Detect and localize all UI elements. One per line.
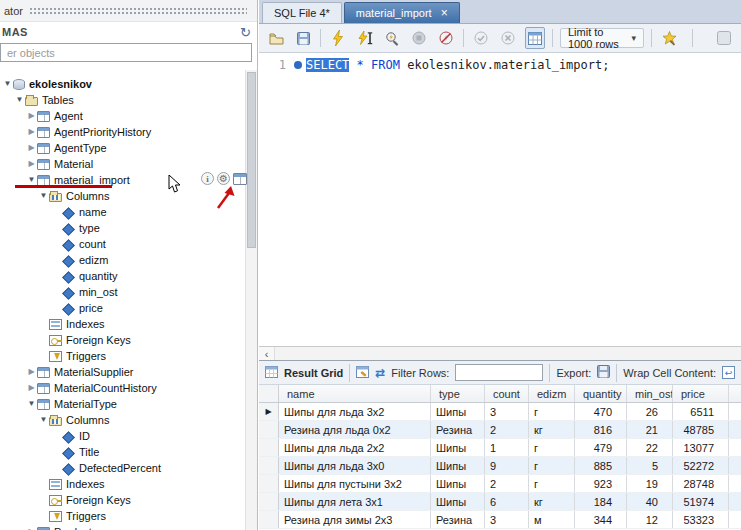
select-rows-grid-icon[interactable]: [233, 173, 247, 185]
cell-name[interactable]: Шипы для пустыни 3x2: [279, 475, 431, 492]
execute-current-statement-icon[interactable]: [355, 27, 375, 49]
cell-quantity[interactable]: 923: [575, 475, 627, 492]
filter-objects-input[interactable]: [1, 45, 251, 60]
cell-count[interactable]: 6: [485, 493, 529, 510]
tree-item-name[interactable]: ▶name: [0, 204, 245, 220]
expand-arrow-icon[interactable]: ▶: [26, 124, 37, 140]
navigator-scrollbar[interactable]: [245, 70, 257, 530]
clipped-toolbar-icon[interactable]: [714, 27, 734, 49]
cell-edizm[interactable]: м: [529, 511, 575, 528]
cell-min-ost[interactable]: 26: [627, 403, 673, 420]
tree-item-price[interactable]: ▶price: [0, 300, 245, 316]
save-script-icon[interactable]: [293, 27, 313, 49]
cell-name[interactable]: Шипы для льда 3x0: [279, 457, 431, 474]
tree-item-type[interactable]: ▶type: [0, 220, 245, 236]
cell-min-ost[interactable]: 21: [627, 421, 673, 438]
expand-arrow-icon[interactable]: ▼: [2, 76, 13, 92]
row-selector[interactable]: [259, 457, 279, 474]
export-icon[interactable]: [597, 365, 610, 380]
close-tab-icon[interactable]: ×: [441, 8, 448, 18]
expand-arrow-icon[interactable]: ▶: [26, 524, 37, 530]
stop-on-error-icon[interactable]: [436, 27, 456, 49]
tree-item-tables[interactable]: ▼Tables: [0, 92, 245, 108]
cell-type[interactable]: Резина: [431, 421, 485, 438]
cell-edizm[interactable]: кг: [529, 493, 575, 510]
tree-item-materialcounthistory[interactable]: ▶MaterialCountHistory: [0, 380, 245, 396]
tree-item-material[interactable]: ▶Material: [0, 156, 245, 172]
tree-item-foreign-keys[interactable]: ▶Foreign Keys: [0, 492, 245, 508]
cell-quantity[interactable]: 344: [575, 511, 627, 528]
cell-type[interactable]: Шипы: [431, 457, 485, 474]
rollback-icon[interactable]: [498, 27, 518, 49]
filter-rows-input[interactable]: [455, 364, 543, 381]
cell-edizm[interactable]: г: [529, 439, 575, 456]
cell-name[interactable]: Резина для зимы 2x3: [279, 511, 431, 528]
column-header-name[interactable]: name: [279, 385, 431, 402]
cell-price[interactable]: 48785: [673, 421, 729, 438]
column-header-min-ost[interactable]: min_ost: [627, 385, 673, 402]
tree-item-foreign-keys[interactable]: ▶Foreign Keys: [0, 332, 245, 348]
row-selector[interactable]: ▶: [259, 403, 279, 420]
cell-count[interactable]: 2: [485, 475, 529, 492]
cell-edizm[interactable]: г: [529, 475, 575, 492]
limit-rows-dropdown[interactable]: Limit to 1000 rows ▾: [560, 28, 644, 48]
expand-arrow-icon[interactable]: ▼: [38, 412, 49, 428]
sql-editor[interactable]: 1 SELECT * FROM ekolesnikov.material_imp…: [259, 53, 741, 346]
cell-name[interactable]: Шипы для лета 3x1: [279, 493, 431, 510]
tab-material-import[interactable]: material_import ×: [344, 2, 460, 23]
cell-count[interactable]: 1: [485, 439, 529, 456]
tree-item-columns[interactable]: ▼Columns: [0, 188, 245, 204]
cell-count[interactable]: 3: [485, 403, 529, 420]
editor-hscrollbar[interactable]: ‹: [259, 346, 741, 360]
expand-arrow-icon[interactable]: ▼: [38, 188, 49, 204]
column-header-count[interactable]: count: [485, 385, 529, 402]
expand-arrow-icon[interactable]: ▼: [26, 396, 37, 412]
cell-price[interactable]: 53323: [673, 511, 729, 528]
cell-count[interactable]: 3: [485, 511, 529, 528]
tree-item-ekolesnikov[interactable]: ▼ekolesnikov: [0, 76, 245, 92]
tree-item-min-ost[interactable]: ▶min_ost: [0, 284, 245, 300]
cell-name[interactable]: Резина для льда 0x2: [279, 421, 431, 438]
cell-quantity[interactable]: 816: [575, 421, 627, 438]
row-selector[interactable]: [259, 475, 279, 492]
column-header-type[interactable]: type: [431, 385, 485, 402]
cell-type[interactable]: Шипы: [431, 493, 485, 510]
tree-item-triggers[interactable]: ▶Triggers: [0, 508, 245, 524]
commit-icon[interactable]: [471, 27, 491, 49]
row-selector[interactable]: [259, 421, 279, 438]
sql-code-line[interactable]: SELECT * FROM ekolesnikov.material_impor…: [306, 53, 609, 346]
tree-item-quantity[interactable]: ▶quantity: [0, 268, 245, 284]
cell-min-ost[interactable]: 12: [627, 511, 673, 528]
column-header-quantity[interactable]: quantity: [575, 385, 627, 402]
cell-type[interactable]: Шипы: [431, 475, 485, 492]
tab-sql-file-4[interactable]: SQL File 4*: [262, 2, 342, 23]
cell-edizm[interactable]: кг: [529, 421, 575, 438]
cell-quantity[interactable]: 184: [575, 493, 627, 510]
cell-type[interactable]: Шипы: [431, 439, 485, 456]
new-snippet-icon[interactable]: [659, 27, 679, 49]
stop-icon[interactable]: [409, 27, 429, 49]
expand-arrow-icon[interactable]: ▶: [26, 108, 37, 124]
cell-name[interactable]: Шипы для льда 2x2: [279, 439, 431, 456]
expand-arrow-icon[interactable]: ▶: [26, 364, 37, 380]
tree-item-materialtype[interactable]: ▼MaterialType: [0, 396, 245, 412]
cell-type[interactable]: Шипы: [431, 403, 485, 420]
cell-min-ost[interactable]: 19: [627, 475, 673, 492]
tree-item-indexes[interactable]: ▶Indexes: [0, 316, 245, 332]
tree-item-edizm[interactable]: ▶edizm: [0, 252, 245, 268]
panel-grip[interactable]: [29, 7, 247, 15]
expand-arrow-icon[interactable]: ▼: [14, 92, 25, 108]
edit-grid-icon[interactable]: [356, 366, 369, 380]
cell-count[interactable]: 9: [485, 457, 529, 474]
scrollbar-thumb[interactable]: [247, 72, 256, 248]
refresh-schemas-icon[interactable]: ↻: [240, 26, 251, 39]
tree-item-materialsupplier[interactable]: ▶MaterialSupplier: [0, 364, 245, 380]
row-selector[interactable]: [259, 511, 279, 528]
cell-price[interactable]: 13077: [673, 439, 729, 456]
cell-price[interactable]: 6511: [673, 403, 729, 420]
tree-item-agent[interactable]: ▶Agent: [0, 108, 245, 124]
cell-edizm[interactable]: г: [529, 403, 575, 420]
cell-quantity[interactable]: 470: [575, 403, 627, 420]
tree-item-columns[interactable]: ▼Columns: [0, 412, 245, 428]
cell-min-ost[interactable]: 40: [627, 493, 673, 510]
